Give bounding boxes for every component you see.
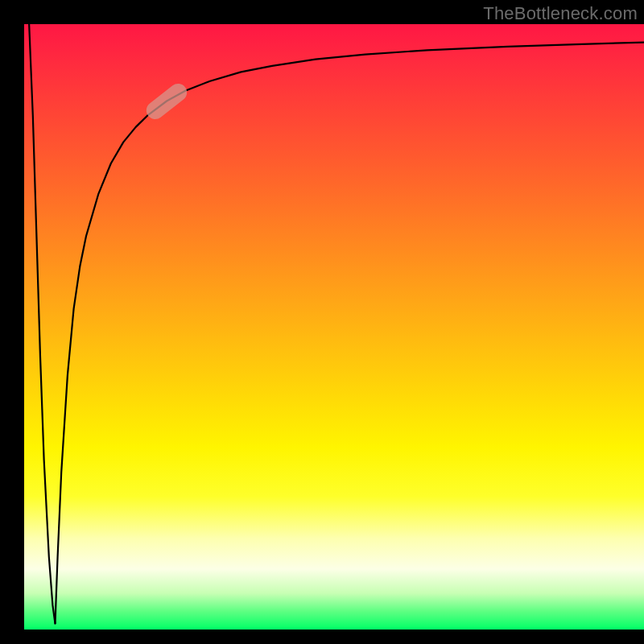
plot-area (24, 24, 644, 630)
watermark-text: TheBottleneck.com (483, 3, 638, 24)
chart-container: TheBottleneck.com (0, 0, 644, 644)
